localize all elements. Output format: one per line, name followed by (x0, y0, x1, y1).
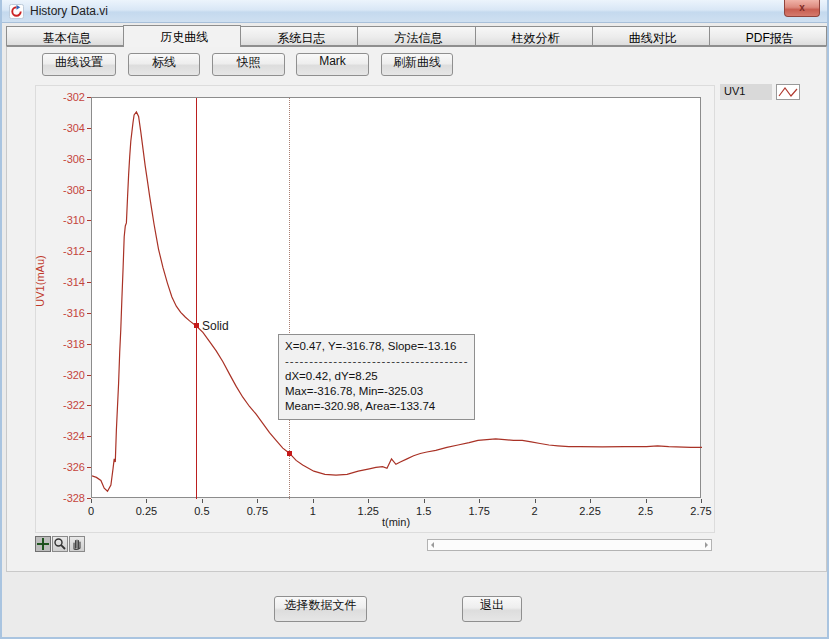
graph-palette (35, 536, 86, 552)
tooltip-line-dxdy: dX=0.42, dY=8.25 (285, 369, 468, 384)
x-tick-label: 2.25 (570, 505, 610, 517)
y-tick-mark (87, 282, 91, 283)
cursor-solid-line[interactable] (196, 98, 197, 499)
snapshot-button[interactable]: 快照 (212, 53, 285, 76)
y-tick-label: -314 (45, 276, 85, 288)
y-tick-mark (87, 97, 91, 98)
plot-area[interactable]: Solid X=0.47, Y=-316.78, Slope=-13.16 --… (91, 97, 701, 498)
y-tick-label: -312 (45, 245, 85, 257)
x-tick-mark (701, 499, 702, 503)
y-tick-label: -322 (45, 399, 85, 411)
y-tick-label: -326 (45, 461, 85, 473)
x-tick-label: 2.75 (681, 505, 721, 517)
y-tick-label: -316 (45, 307, 85, 319)
tab-1[interactable]: 历史曲线 (123, 25, 241, 47)
x-tick-mark (202, 499, 203, 503)
y-tick-label: -310 (45, 214, 85, 226)
x-tick-mark (646, 499, 647, 503)
cursor-tooltip: X=0.47, Y=-316.78, Slope=-13.16 --------… (278, 334, 475, 420)
x-tick-label: 1 (293, 505, 333, 517)
window: History Data.vi x 基本信息历史曲线系统日志方法信息柱效分析曲线… (0, 0, 829, 639)
x-tick-label: 0.25 (126, 505, 166, 517)
tooltip-line-maxmin: Max=-316.78, Min=-325.03 (285, 384, 468, 399)
y-tick-label: -304 (45, 122, 85, 134)
y-tick-mark (87, 313, 91, 314)
x-tick-mark (257, 499, 258, 503)
tab-bar: 基本信息历史曲线系统日志方法信息柱效分析曲线对比PDF报告 (6, 25, 827, 46)
select-file-button[interactable]: 选择数据文件 (274, 596, 367, 622)
zoom-icon (53, 537, 67, 551)
tab-2[interactable]: 系统日志 (241, 26, 357, 46)
curve-svg (92, 98, 702, 499)
y-tick-mark (87, 128, 91, 129)
y-tick-mark (87, 251, 91, 252)
x-tick-label: 2 (515, 505, 555, 517)
y-tick-label: -320 (45, 369, 85, 381)
x-tick-mark (590, 499, 591, 503)
x-tick-mark (368, 499, 369, 503)
cursor-tool-button[interactable] (35, 536, 51, 552)
x-tick-mark (313, 499, 314, 503)
cursor-dotted-line[interactable] (289, 98, 290, 499)
y-tick-label: -302 (45, 91, 85, 103)
x-tick-mark (424, 499, 425, 503)
y-tick-mark (87, 436, 91, 437)
crosshair-icon (36, 537, 50, 551)
y-tick-label: -328 (45, 492, 85, 504)
exit-button[interactable]: 退出 (462, 596, 522, 622)
x-tick-label: 1.5 (404, 505, 444, 517)
cursor-name-label: Solid (202, 319, 229, 333)
tooltip-line-meanarea: Mean=-320.98, Area=-133.74 (285, 399, 468, 414)
x-tick-mark (535, 499, 536, 503)
x-tick-label: 0.5 (182, 505, 222, 517)
x-tick-mark (91, 499, 92, 503)
x-tick-label: 0 (71, 505, 111, 517)
x-axis-title: t(min) (336, 516, 456, 528)
y-tick-mark (87, 220, 91, 221)
plot-legend[interactable]: UV1 (720, 84, 800, 100)
y-tick-mark (87, 375, 91, 376)
refresh-curve-button[interactable]: 刷新曲线 (381, 53, 453, 76)
tab-5[interactable]: 曲线对比 (592, 26, 709, 46)
window-title: History Data.vi (30, 4, 108, 18)
labview-vi-icon (9, 4, 24, 19)
y-tick-label: -308 (45, 184, 85, 196)
y-tick-mark (87, 344, 91, 345)
cursor-marker[interactable] (287, 451, 292, 456)
cursor-marker[interactable] (194, 323, 199, 328)
tab-4[interactable]: 柱效分析 (475, 26, 592, 46)
y-tick-mark (87, 159, 91, 160)
close-icon: x (799, 2, 805, 13)
y-tick-label: -318 (45, 338, 85, 350)
y-tick-label: -306 (45, 153, 85, 165)
zoom-tool-button[interactable] (52, 536, 68, 552)
tab-6[interactable]: PDF报告 (709, 26, 827, 46)
hand-icon (70, 537, 84, 551)
uv1-curve (92, 112, 702, 491)
legend-line-icon[interactable] (776, 84, 800, 100)
y-tick-mark (87, 467, 91, 468)
marker-line-button[interactable]: 标线 (128, 53, 200, 76)
y-tick-mark (87, 190, 91, 191)
scroll-right-arrow-icon[interactable] (705, 542, 708, 548)
y-tick-mark (87, 405, 91, 406)
x-tick-label: 2.5 (626, 505, 666, 517)
tooltip-separator: --------------------------------------- (285, 354, 468, 369)
title-bar: History Data.vi x (2, 0, 827, 23)
x-tick-label: 1.75 (459, 505, 499, 517)
x-tick-mark (146, 499, 147, 503)
pan-tool-button[interactable] (69, 536, 85, 552)
y-tick-label: -324 (45, 430, 85, 442)
x-tick-mark (479, 499, 480, 503)
tooltip-line-xyslope: X=0.47, Y=-316.78, Slope=-13.16 (285, 339, 468, 354)
scroll-left-arrow-icon[interactable] (431, 542, 434, 548)
close-button[interactable]: x (784, 0, 820, 17)
x-tick-label: 0.75 (237, 505, 277, 517)
tab-3[interactable]: 方法信息 (357, 26, 474, 46)
x-tick-label: 1.25 (348, 505, 388, 517)
legend-label: UV1 (720, 84, 772, 100)
curve-settings-button[interactable]: 曲线设置 (42, 53, 116, 76)
mark-button[interactable]: Mark (296, 53, 369, 76)
tab-0[interactable]: 基本信息 (6, 26, 123, 46)
chart-h-scrollbar[interactable] (427, 539, 712, 551)
